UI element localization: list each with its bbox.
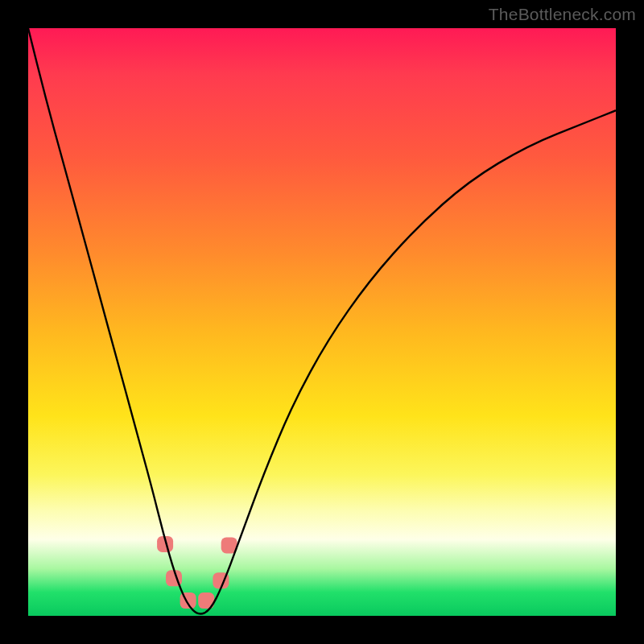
- chart-frame: TheBottleneck.com: [0, 0, 644, 644]
- plot-area: [28, 28, 616, 616]
- watermark-text: TheBottleneck.com: [489, 5, 636, 24]
- curve-line: [28, 28, 616, 614]
- bottleneck-curve: [28, 28, 616, 616]
- curve-markers: [157, 536, 237, 609]
